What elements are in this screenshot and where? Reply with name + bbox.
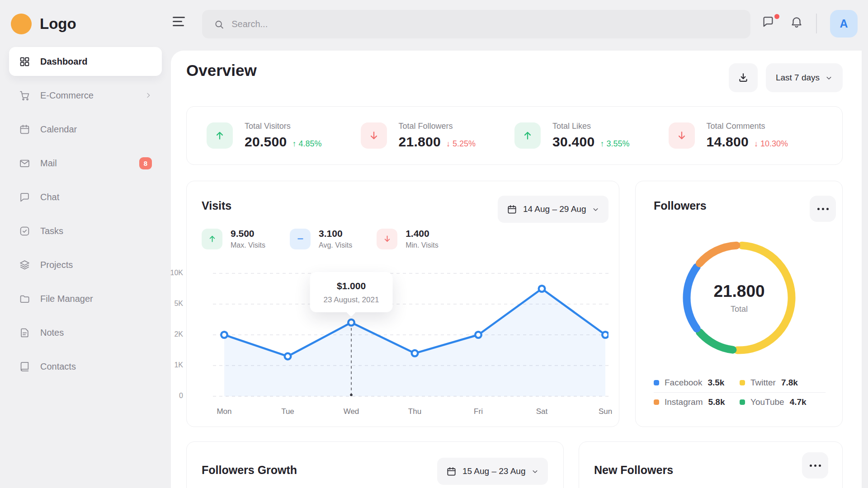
minus-icon (290, 229, 311, 249)
y-axis-labels: 01K2K5K10K (165, 270, 183, 401)
sidebar-item-label: Notes (40, 328, 64, 338)
search-bar (202, 10, 750, 38)
new-followers-more-button[interactable] (802, 452, 828, 479)
calendar-icon (446, 466, 457, 477)
sidebar-item-notes[interactable]: Notes (9, 318, 162, 347)
ellipsis-icon (817, 208, 829, 210)
stat-value: 14.800 (707, 134, 749, 150)
tooltip-date: 23 August, 2021 (324, 296, 379, 305)
sidebar-item-tasks[interactable]: Tasks (9, 216, 162, 245)
facebook-dot (654, 380, 659, 385)
followers-total-value: 21.800 (713, 282, 764, 301)
range-label: Last 7 days (776, 73, 820, 83)
followers-growth-card: Followers Growth 15 Aug – 23 Aug (186, 441, 564, 488)
calendar-icon (507, 204, 517, 215)
sidebar-item-mail[interactable]: Mail 8 (9, 149, 162, 178)
bell-icon (790, 15, 803, 28)
sidebar-item-label: Projects (40, 260, 73, 270)
arrow-down-icon (669, 122, 695, 149)
messages-button[interactable] (761, 15, 780, 34)
download-icon (737, 72, 749, 84)
followers-more-button[interactable] (810, 196, 836, 222)
tooltip-value: $1.000 (324, 281, 379, 291)
search-icon (214, 19, 224, 30)
stat-delta: ↓ 10.30% (754, 139, 788, 149)
followers-card: Followers 21.800 Total Facebook 3.5k Twi… (635, 181, 843, 427)
arrow-up-icon (202, 229, 222, 249)
stat-value: 9.500 (231, 228, 265, 239)
stat-value: 30.400 (552, 134, 595, 150)
sidebar-item-ecommerce[interactable]: E-Commerce (9, 81, 162, 110)
chevron-right-icon (145, 92, 152, 99)
y-tick-label: 10K (170, 269, 183, 277)
sidebar-item-label: Tasks (40, 226, 63, 236)
chevron-down-icon (531, 468, 539, 475)
download-button[interactable] (729, 63, 758, 92)
sidebar-item-calendar[interactable]: Calendar (9, 115, 162, 144)
topbar-divider (816, 14, 817, 33)
stat-value: 21.800 (399, 134, 441, 150)
grid-icon (19, 56, 30, 67)
sidebar-item-contacts[interactable]: Contacts (9, 352, 162, 381)
visits-summary: 9.500 Max. Visits 3.100 Avg. Visits 1. (202, 228, 439, 249)
followers-total-label: Total (731, 305, 748, 314)
sidebar-item-label: Calendar (40, 124, 77, 135)
x-axis-label: Sat (536, 407, 548, 416)
stat-delta: ↑ 3.55% (600, 139, 630, 149)
book-icon (19, 361, 30, 372)
sidebar-item-projects[interactable]: Projects (9, 250, 162, 279)
note-icon (19, 327, 30, 338)
stat-label: Total Visitors (245, 122, 322, 131)
stat-delta: ↑ 4.85% (292, 139, 322, 149)
growth-date-range-dropdown[interactable]: 15 Aug – 23 Aug (437, 458, 548, 485)
notifications-button[interactable] (790, 15, 809, 34)
stat-label: Avg. Visits (319, 241, 352, 249)
x-axis-label: Tue (281, 407, 294, 416)
stat-label: Total Followers (399, 122, 476, 131)
visits-line-chart[interactable]: $1.000 23 August, 2021 (213, 270, 609, 401)
layers-icon (19, 259, 30, 271)
y-tick-label: 5K (174, 300, 183, 308)
global-range-dropdown[interactable]: Last 7 days (766, 63, 843, 92)
sidebar-item-label: Mail (40, 158, 57, 169)
x-axis-label: Thu (408, 407, 421, 416)
message-square-icon (761, 15, 775, 28)
followers-title: Followers (654, 199, 707, 212)
search-input[interactable] (231, 19, 739, 29)
sidebar-item-file-manager[interactable]: File Manager (9, 284, 162, 313)
stat-label: Total Likes (552, 122, 630, 131)
max-visits-stat: 9.500 Max. Visits (202, 228, 265, 249)
new-followers-card: New Followers (579, 441, 843, 488)
sidebar: Logo Dashboard E-Commerce Calend (0, 0, 171, 488)
followers-growth-title: Followers Growth (202, 464, 297, 477)
sidebar-item-chat[interactable]: Chat (9, 183, 162, 211)
sidebar-item-label: Chat (40, 192, 59, 202)
x-axis-label: Mon (217, 407, 231, 416)
sidebar-item-dashboard[interactable]: Dashboard (9, 47, 162, 76)
logo-text: Logo (40, 15, 76, 33)
main-panel: Overview Last 7 days Total Visitors 20.5… (171, 51, 862, 488)
ellipsis-icon (810, 465, 821, 467)
y-tick-label: 0 (179, 392, 183, 400)
stat-total-followers: Total Followers 21.800 ↓ 5.25% (361, 122, 515, 150)
arrow-down-icon (377, 229, 397, 249)
y-tick-label: 1K (174, 361, 183, 369)
chevron-down-icon (825, 74, 833, 82)
chevron-down-icon (592, 206, 599, 213)
x-axis-labels: MonTueWedThuFriSatSun (213, 407, 609, 418)
arrow-up-icon (514, 122, 541, 149)
stat-label: Total Comments (707, 122, 788, 131)
youtube-dot (740, 399, 745, 405)
user-avatar[interactable]: A (830, 10, 858, 38)
stat-total-likes: Total Likes 30.400 ↑ 3.55% (514, 122, 669, 150)
sidebar-item-label: Dashboard (40, 56, 87, 67)
menu-toggle-button[interactable] (173, 17, 185, 26)
growth-date-range-label: 15 Aug – 23 Aug (462, 466, 525, 476)
stat-value: 20.500 (245, 134, 287, 150)
stats-summary-card: Total Visitors 20.500 ↑ 4.85% Total Foll… (186, 106, 843, 165)
new-followers-title: New Followers (594, 464, 673, 477)
min-visits-stat: 1.400 Min. Visits (377, 228, 439, 249)
chat-icon (19, 192, 30, 203)
legend-item-twitter: Twitter 7.8k (740, 378, 826, 388)
visits-date-range-dropdown[interactable]: 14 Aug – 29 Aug (498, 196, 609, 223)
